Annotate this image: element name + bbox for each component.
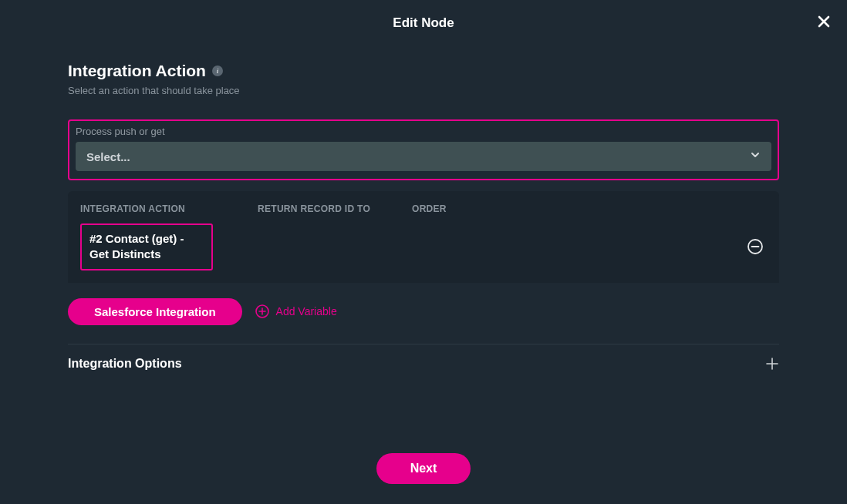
plus-circle-icon [255,304,270,319]
integration-options-label: Integration Options [68,357,182,371]
salesforce-integration-button[interactable]: Salesforce Integration [68,298,242,325]
modal-title: Edit Node [393,15,454,31]
add-variable-label: Add Variable [276,305,337,318]
add-variable-button[interactable]: Add Variable [255,304,337,319]
section-title: Integration Action [68,62,206,80]
integration-action-cell[interactable]: #2 Contact (get) - Get Distincts [80,223,213,270]
expand-options-button[interactable] [765,357,779,371]
process-select[interactable]: Select... [76,142,771,171]
modal-footer: Next [0,453,847,484]
minus-circle-icon [747,238,764,255]
table-row: #2 Contact (get) - Get Distincts [68,222,779,283]
modal-content: Integration Action i Select an action th… [0,46,847,383]
actions-row: Salesforce Integration Add Variable [68,298,779,325]
plus-icon [765,357,779,371]
close-button[interactable] [816,14,832,29]
modal-header: Edit Node [0,0,847,46]
col-integration-action: INTEGRATION ACTION [80,203,258,214]
process-select-placeholder: Select... [86,150,130,163]
section-subtitle: Select an action that should take place [68,85,779,96]
integration-options-row[interactable]: Integration Options [68,344,779,383]
table-header-row: INTEGRATION ACTION RETURN RECORD ID TO O… [68,191,779,222]
process-select-container: Process push or get Select... [68,119,779,180]
next-button[interactable]: Next [376,453,471,484]
col-order: ORDER [412,203,724,214]
info-icon[interactable]: i [212,66,223,76]
process-label: Process push or get [76,126,771,137]
integration-table: INTEGRATION ACTION RETURN RECORD ID TO O… [68,191,779,283]
section-title-row: Integration Action i [68,62,223,80]
chevron-down-icon [750,150,761,163]
remove-row-button[interactable] [747,238,764,255]
close-icon [816,14,832,29]
col-return-record-id: RETURN RECORD ID TO [258,203,412,214]
